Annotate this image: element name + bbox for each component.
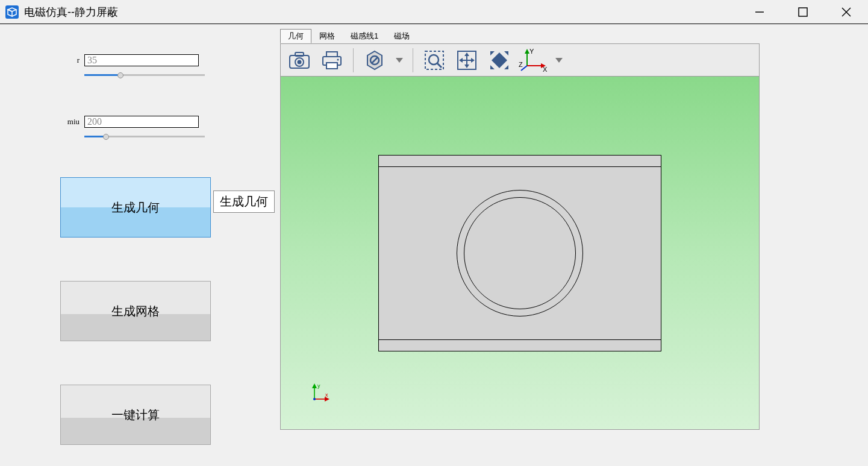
toolbar: Y X Z	[280, 43, 760, 77]
svg-rect-11	[326, 63, 337, 69]
tab-mesh[interactable]: 网格	[311, 29, 343, 43]
camera-icon[interactable]	[286, 46, 313, 74]
close-button[interactable]	[825, 0, 868, 24]
dropdown-2[interactable]	[553, 58, 565, 63]
geometry-ring-inner	[464, 197, 576, 309]
window-title: 电磁仿真--静力屏蔽	[24, 5, 738, 19]
svg-rect-2	[799, 8, 807, 16]
app-icon	[5, 5, 19, 19]
viewer-panel: 几何 网格 磁感线1 磁场	[280, 24, 868, 466]
zoom-region-icon[interactable]	[420, 46, 448, 74]
sidebar: r miu 生成几何 生成网格 一键计算 生成几何	[0, 24, 280, 466]
generate-geometry-button[interactable]: 生成几何	[60, 177, 211, 238]
compute-button[interactable]: 一键计算	[60, 385, 211, 445]
svg-point-12	[337, 58, 339, 60]
nosymbol-icon[interactable]	[361, 46, 389, 74]
r-slider[interactable]	[84, 71, 205, 80]
geometry-rect	[378, 155, 661, 351]
svg-marker-27	[525, 49, 529, 54]
miu-label: miu	[60, 117, 84, 127]
r-input[interactable]	[84, 54, 199, 66]
tooltip: 生成几何	[213, 190, 275, 213]
print-icon[interactable]	[318, 46, 346, 74]
svg-text:Y: Y	[529, 48, 534, 55]
svg-marker-22	[464, 65, 469, 68]
tab-geometry[interactable]: 几何	[280, 29, 311, 43]
axis-indicator: y x	[310, 382, 330, 405]
dropdown-1[interactable]	[393, 58, 405, 63]
svg-point-8	[298, 60, 302, 64]
svg-marker-24	[471, 58, 475, 63]
miu-slider[interactable]	[84, 133, 205, 141]
tab-flux[interactable]: 磁感线1	[343, 29, 386, 43]
svg-rect-9	[326, 52, 337, 57]
svg-marker-34	[555, 58, 563, 63]
toolbar-separator	[413, 48, 413, 72]
svg-marker-23	[459, 58, 463, 63]
titlebar: 电磁仿真--静力屏蔽	[0, 0, 868, 24]
svg-text:X: X	[543, 66, 548, 73]
svg-text:x: x	[325, 392, 328, 398]
svg-marker-16	[396, 58, 403, 63]
minimize-button[interactable]	[738, 0, 781, 24]
svg-marker-25	[492, 52, 507, 68]
svg-point-41	[313, 398, 316, 400]
window-controls	[738, 0, 868, 24]
zoom-extents-icon[interactable]	[486, 46, 513, 74]
svg-text:Z: Z	[519, 61, 523, 68]
axis-triad-icon[interactable]: Y X Z	[518, 46, 548, 74]
svg-text:y: y	[317, 383, 320, 389]
maximize-button[interactable]	[781, 0, 825, 24]
pan-icon[interactable]	[453, 46, 481, 74]
miu-input[interactable]	[84, 116, 199, 128]
svg-point-18	[429, 55, 439, 65]
generate-mesh-button[interactable]: 生成网格	[60, 281, 211, 341]
svg-marker-36	[312, 383, 317, 388]
tabbar: 几何 网格 磁感线1 磁场	[280, 31, 760, 43]
svg-line-19	[437, 63, 442, 68]
svg-rect-6	[295, 52, 304, 56]
r-label: r	[60, 55, 84, 65]
svg-marker-21	[464, 52, 469, 56]
tab-field[interactable]: 磁场	[386, 29, 417, 43]
canvas[interactable]: y x	[280, 77, 760, 430]
toolbar-separator	[353, 48, 354, 72]
